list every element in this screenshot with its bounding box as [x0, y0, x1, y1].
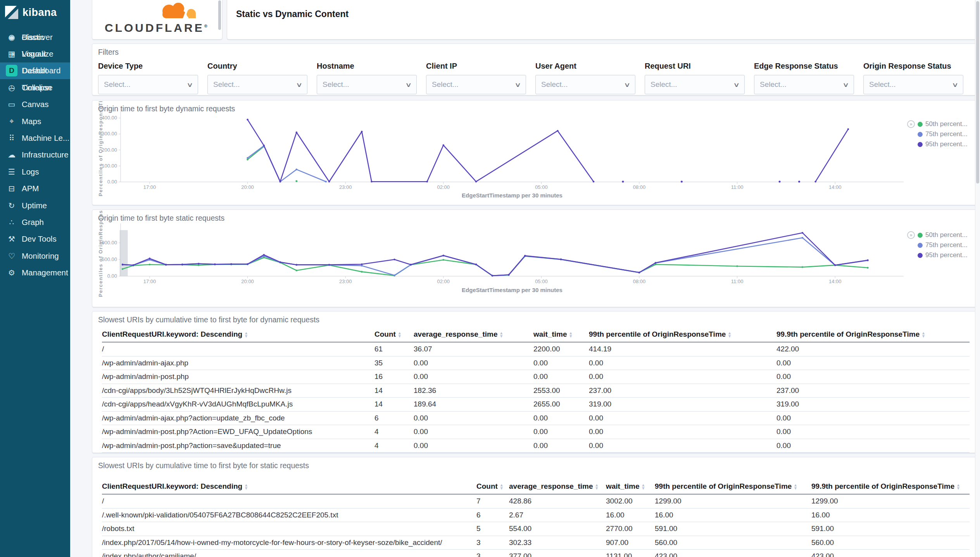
sidebar-item-logout[interactable]: ⇥Logout: [0, 45, 70, 62]
sidebar-item-default-space[interactable]: DDefault: [0, 62, 70, 79]
table-cell: 16.00: [655, 511, 811, 519]
column-header-wait-time[interactable]: wait_time▴▾: [606, 482, 655, 491]
column-header-label: 99.9th percentile of OriginResponseTime: [776, 330, 920, 339]
chevron-down-icon: ∨: [624, 81, 631, 88]
legend-item-green[interactable]: »50th percent...: [907, 230, 968, 240]
sort-desc-icon: ▾: [399, 334, 401, 337]
table-cell: 560.00: [655, 538, 811, 547]
table-cell: 428.86: [509, 497, 606, 505]
sort-icon: ▴▾: [642, 483, 645, 490]
sort-icon: ▴▾: [570, 331, 572, 337]
table-header-row: ClientRequestURI.keyword: Descending▴▾Co…: [102, 479, 970, 495]
svg-text:02:00: 02:00: [437, 278, 450, 284]
kibana-logo-icon: [5, 6, 18, 19]
sort-desc-icon: ▾: [500, 334, 503, 337]
table-cell: /: [102, 345, 374, 353]
legend-item-purple[interactable]: 95th percent...: [907, 139, 968, 149]
sidebar-item-user-elastic[interactable]: ◉elastic: [0, 29, 70, 45]
column-header-99-9th-percentile-of-originres[interactable]: 99.9th percentile of OriginResponseTime▴…: [776, 330, 970, 339]
sort-icon: ▴▾: [922, 331, 925, 337]
select-placeholder: Select...: [869, 80, 896, 89]
column-header-average-response-time[interactable]: average_response_time▴▾: [414, 330, 533, 339]
legend-item-green[interactable]: »50th percent...: [907, 119, 968, 129]
filter-hostname: HostnameSelect...∨: [317, 62, 417, 94]
table-cell: 414.19: [589, 345, 776, 353]
table-row: /wp-admin/admin-ajax.php350.000.000.000.…: [102, 356, 970, 370]
sort-icon: ▴▾: [500, 483, 503, 490]
sidebar-item-collapse[interactable]: ←Collapse: [0, 79, 70, 96]
column-header-clientrequesturi-keyword-desce[interactable]: ClientRequestURI.keyword: Descending▴▾: [102, 482, 476, 491]
window-scrollbar[interactable]: [975, 0, 980, 557]
table-dynamic: ClientRequestURI.keyword: Descending▴▾Co…: [102, 327, 970, 453]
sort-desc-icon: ▾: [245, 334, 247, 337]
chevron-down-icon: ∨: [405, 81, 412, 88]
sort-desc-icon: ▾: [794, 486, 797, 490]
table-cell: 423.00: [655, 552, 811, 557]
table-cell: 1299.00: [811, 497, 970, 505]
column-header-99th-percentile-of-originrespo[interactable]: 99th percentile of OriginResponseTime▴▾: [655, 482, 811, 491]
sidebar: kibana ⊘Discover▥Visualize▦Dashboard◷Tim…: [0, 0, 70, 557]
filter-select-request-uri[interactable]: Select...∨: [645, 75, 745, 94]
app-brand: kibana: [22, 7, 57, 19]
column-header-average-response-time[interactable]: average_response_time▴▾: [509, 482, 606, 491]
chevron-down-icon: ∨: [296, 81, 303, 88]
legend-label: 75th percent...: [925, 130, 968, 138]
table-row: /wp-admin/admin-post.php?action=...40.00…: [102, 453, 970, 453]
table-row: /wp-admin/admin-post.php?Action=EWD_UFAQ…: [102, 425, 970, 439]
column-header-label: Count: [476, 482, 498, 491]
legend-item-blue[interactable]: 75th percent...: [907, 240, 968, 250]
window-scrollbar-thumb[interactable]: [976, 1, 979, 183]
svg-text:300.00: 300.00: [102, 131, 117, 137]
table-cell: /wp-admin/admin-post.php: [102, 372, 374, 381]
column-header-label: ClientRequestURI.keyword: Descending: [102, 330, 242, 339]
sort-icon: ▴▾: [399, 331, 401, 337]
line-chart-dynamic[interactable]: 0.00100.00200.00300.00400.0017:0020:0023…: [92, 100, 977, 204]
sort-desc-icon: ▾: [500, 486, 503, 490]
legend-expand-icon[interactable]: »: [907, 120, 915, 128]
line-chart-static[interactable]: 0.00500.001000.0017:0020:0023:0002:0005:…: [92, 210, 977, 306]
filter-client-ip: Client IPSelect...∨: [426, 62, 526, 94]
select-placeholder: Select...: [432, 80, 459, 89]
svg-text:20:00: 20:00: [241, 278, 254, 284]
kibana-logo[interactable]: kibana: [0, 0, 70, 25]
select-placeholder: Select...: [760, 80, 787, 89]
chevron-down-icon: ∨: [514, 81, 521, 88]
column-header-clientrequesturi-keyword-desce[interactable]: ClientRequestURI.keyword: Descending▴▾: [102, 330, 374, 339]
filter-user-agent: User AgentSelect...∨: [535, 62, 635, 94]
legend-item-blue[interactable]: 75th percent...: [907, 129, 968, 139]
table-cell: 591.00: [811, 524, 970, 533]
select-placeholder: Select...: [213, 80, 240, 89]
table-cell: 319.00: [589, 400, 776, 408]
filter-select-device-type[interactable]: Select...∨: [98, 75, 198, 94]
table-cell: /wp-admin/admin-ajax.php?action=update_z…: [102, 414, 374, 422]
filter-select-edge-response-status[interactable]: Select...∨: [754, 75, 854, 94]
table-cell: 16: [374, 372, 414, 381]
filter-select-client-ip[interactable]: Select...∨: [426, 75, 526, 94]
table-cell: 0.00: [533, 372, 589, 381]
table-cell: 0.00: [776, 427, 970, 436]
legend-expand-icon[interactable]: »: [907, 231, 915, 239]
column-header-count[interactable]: Count▴▾: [476, 482, 509, 491]
sort-icon: ▴▾: [794, 483, 797, 490]
sort-icon: ▴▾: [957, 483, 959, 490]
column-header-99-9th-percentile-of-originres[interactable]: 99.9th percentile of OriginResponseTime▴…: [811, 482, 970, 491]
table-cell: 0.00: [533, 441, 589, 450]
legend-item-purple[interactable]: 95th percent...: [907, 250, 968, 260]
filter-select-country[interactable]: Select...∨: [207, 75, 307, 94]
sort-icon: ▴▾: [596, 483, 598, 490]
table-cell: /.well-known/pki-validation/054075F6A27B…: [102, 511, 476, 519]
filter-select-user-agent[interactable]: Select...∨: [535, 75, 635, 94]
panel-scrollbar[interactable]: [218, 0, 221, 30]
column-header-count[interactable]: Count▴▾: [374, 330, 414, 339]
sort-icon: ▴▾: [500, 331, 503, 337]
filter-select-origin-response-status[interactable]: Select...∨: [863, 75, 963, 94]
filter-select-hostname[interactable]: Select...∨: [317, 75, 417, 94]
column-header-99th-percentile-of-originrespo[interactable]: 99th percentile of OriginResponseTime▴▾: [589, 330, 776, 339]
column-header-wait-time[interactable]: wait_time▴▾: [533, 330, 589, 339]
chevron-down-icon: ∨: [733, 81, 740, 88]
table-cell: /robots.txt: [102, 524, 476, 533]
sort-desc-icon: ▾: [922, 334, 925, 337]
table-cell: 237.00: [589, 386, 776, 395]
panel-dashboard-title: Static vs Dynamic Content: [227, 0, 978, 40]
table-row: /cdn-cgi/apps/head/xVgyKhR-vV3dAUGhMqfBc…: [102, 398, 970, 412]
